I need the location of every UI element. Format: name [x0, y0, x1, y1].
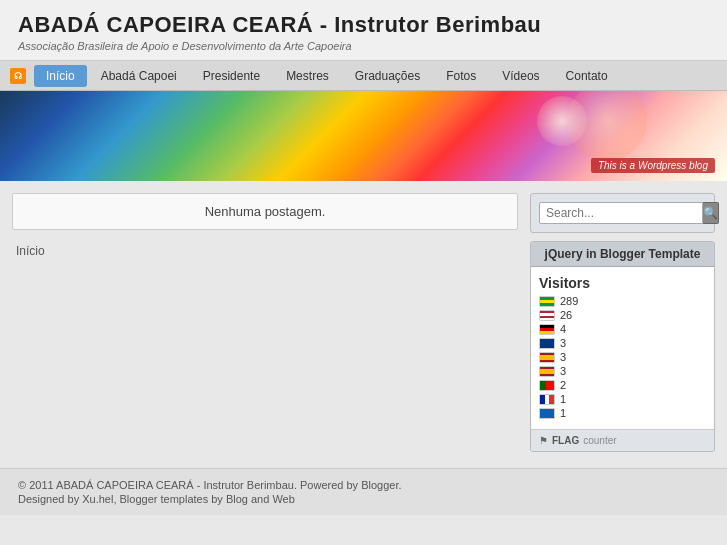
visitor-count: 1	[560, 407, 566, 419]
footer: © 2011 ABADÁ CAPOEIRA CEARÁ - Instrutor …	[0, 468, 727, 515]
banner-label: This is a Wordpress blog	[591, 158, 715, 173]
visitor-count: 3	[560, 337, 566, 349]
nav-item-mestres[interactable]: Mestres	[274, 65, 341, 87]
search-widget: 🔍	[530, 193, 715, 233]
visitor-row: 4	[539, 323, 706, 335]
visitor-row: 3	[539, 351, 706, 363]
sidebar: 🔍 jQuery in Blogger Template Visitors 28…	[530, 193, 715, 452]
nav-item-início[interactable]: Início	[34, 65, 87, 87]
search-input[interactable]	[539, 202, 703, 224]
no-post-box: Nenhuma postagem.	[12, 193, 518, 230]
visitor-rows: 289264333211	[539, 295, 706, 419]
flag-icon	[539, 408, 555, 419]
main-content: Nenhuma postagem. Início	[12, 193, 518, 258]
nav-item-contato[interactable]: Contato	[554, 65, 620, 87]
visitor-row: 1	[539, 393, 706, 405]
content-wrapper: Nenhuma postagem. Início 🔍 jQuery in Blo…	[0, 181, 727, 464]
nav-items: InícioAbadá CapoeiPresidenteMestresGradu…	[34, 65, 620, 87]
visitor-row: 26	[539, 309, 706, 321]
nav-item-presidente[interactable]: Presidente	[191, 65, 272, 87]
flag-icon	[539, 324, 555, 335]
navigation: ☊ InícioAbadá CapoeiPresidenteMestresGra…	[0, 61, 727, 91]
hero-banner: This is a Wordpress blog	[0, 91, 727, 181]
visitor-count: 289	[560, 295, 578, 307]
nav-item-graduações[interactable]: Graduações	[343, 65, 432, 87]
breadcrumb: Início	[12, 240, 518, 258]
jquery-widget-title: jQuery in Blogger Template	[531, 242, 714, 267]
site-subtitle: Associação Brasileira de Apoio e Desenvo…	[18, 40, 709, 52]
flag-icon	[539, 296, 555, 307]
footer-line1: © 2011 ABADÁ CAPOEIRA CEARÁ - Instrutor …	[18, 479, 709, 491]
flag-icon	[539, 338, 555, 349]
no-post-text: Nenhuma postagem.	[205, 204, 326, 219]
search-button[interactable]: 🔍	[703, 202, 719, 224]
visitor-row: 3	[539, 365, 706, 377]
flag-counter-text: FLAG	[552, 435, 579, 446]
jquery-widget: jQuery in Blogger Template Visitors 2892…	[530, 241, 715, 452]
flag-counter-bar[interactable]: ⚑ FLAG counter	[531, 429, 714, 451]
visitors-title: Visitors	[539, 275, 706, 291]
flag-icon	[539, 380, 555, 391]
visitor-count: 1	[560, 393, 566, 405]
visitor-row: 2	[539, 379, 706, 391]
footer-line2: Designed by Xu.hel, Blogger templates by…	[18, 493, 709, 505]
nav-item-vídeos[interactable]: Vídeos	[490, 65, 551, 87]
visitor-row: 289	[539, 295, 706, 307]
visitors-box: Visitors 289264333211	[531, 267, 714, 429]
visitor-count: 26	[560, 309, 572, 321]
flag-icon	[539, 352, 555, 363]
flag-icon	[539, 366, 555, 377]
search-icon: 🔍	[703, 206, 718, 220]
flag-icon	[539, 394, 555, 405]
nav-item-abadá-capoei[interactable]: Abadá Capoei	[89, 65, 189, 87]
visitor-row: 3	[539, 337, 706, 349]
flag-icon	[539, 310, 555, 321]
rss-symbol: ☊	[14, 71, 22, 81]
visitor-row: 1	[539, 407, 706, 419]
nav-item-fotos[interactable]: Fotos	[434, 65, 488, 87]
visitor-count: 2	[560, 379, 566, 391]
flag-counter-icon: ⚑	[539, 435, 548, 446]
visitor-count: 4	[560, 323, 566, 335]
flag-counter-label: counter	[583, 435, 616, 446]
rss-icon[interactable]: ☊	[10, 68, 26, 84]
visitor-count: 3	[560, 351, 566, 363]
site-title: ABADÁ CAPOEIRA CEARÁ - Instrutor Berimba…	[18, 12, 709, 38]
site-header: ABADÁ CAPOEIRA CEARÁ - Instrutor Berimba…	[0, 0, 727, 61]
visitor-count: 3	[560, 365, 566, 377]
